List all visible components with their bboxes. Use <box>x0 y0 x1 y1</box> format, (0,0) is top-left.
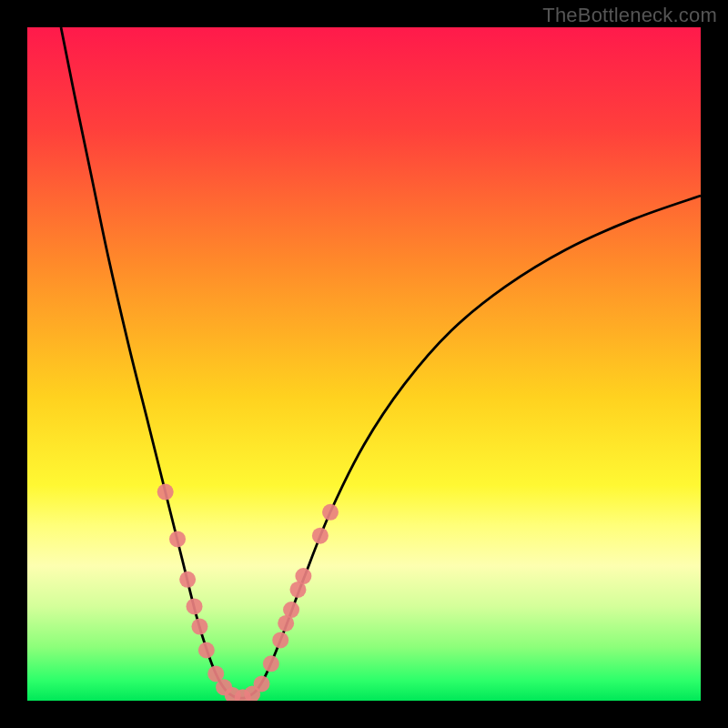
chart-svg <box>27 27 701 701</box>
marker-dot <box>157 484 174 500</box>
marker-group <box>157 484 339 701</box>
marker-dot <box>198 642 215 659</box>
marker-dot <box>187 598 203 614</box>
marker-dot <box>179 571 196 588</box>
marker-dot <box>312 528 329 544</box>
watermark-text: TheBottleneck.com <box>542 4 717 27</box>
v-curve-path <box>61 27 701 698</box>
marker-dot <box>272 632 288 648</box>
marker-dot <box>263 655 279 672</box>
chart-frame: TheBottleneck.com <box>0 0 728 728</box>
marker-dot <box>254 676 270 693</box>
marker-dot <box>283 602 299 618</box>
marker-dot <box>295 568 311 584</box>
plot-area <box>27 27 701 701</box>
marker-dot <box>322 504 339 521</box>
marker-dot <box>191 619 207 635</box>
marker-dot <box>169 531 186 547</box>
